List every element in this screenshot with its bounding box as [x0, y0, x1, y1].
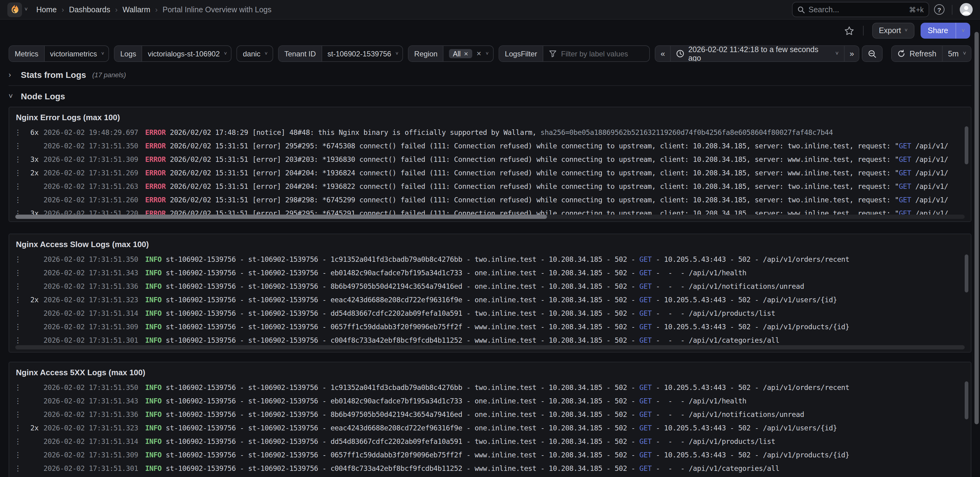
- row-menu-icon[interactable]: ⋮: [14, 268, 21, 277]
- share-menu-button[interactable]: ˅: [956, 23, 970, 38]
- row-message: ERROR 2026/02/02 15:31:51 [error] 295#29…: [145, 142, 971, 150]
- row-message: INFO st-106902-1539756 - st-106902-15397…: [145, 383, 971, 392]
- row-menu-icon[interactable]: ⋮: [14, 437, 21, 446]
- zoom-out-group: [862, 45, 883, 62]
- log-segment-text: - - - /api/v1/categories/all: [652, 336, 780, 345]
- log-row: ⋮2026-02-02 17:31:51.314INFO st-106902-1…: [9, 435, 971, 448]
- log-segment-text: st-106902-1539756 - st-106902-1539756 - …: [162, 282, 640, 290]
- var-logsfilter: LogsFilter: [499, 45, 650, 62]
- row-menu-icon[interactable]: ⋮: [14, 322, 21, 331]
- var-tenant: Tenant ID st-106902-1539756 ˅: [278, 45, 403, 62]
- horizontal-scrollbar: [15, 215, 965, 219]
- log-segment-level-info: INFO: [145, 464, 162, 473]
- log-row: ⋮2x2026-02-02 17:31:51.323INFO st-106902…: [9, 293, 971, 306]
- log-row: ⋮2026-02-02 17:31:51.314INFO st-106902-1…: [9, 306, 971, 320]
- row-menu-icon[interactable]: ⋮: [14, 282, 21, 290]
- log-segment-text: st-106902-1539756 - st-106902-1539756 - …: [162, 383, 640, 392]
- var-danic-select[interactable]: danic ˅: [237, 46, 273, 61]
- breadcrumb-home[interactable]: Home: [37, 5, 57, 14]
- var-metrics-select[interactable]: victoriametrics ˅: [45, 46, 109, 61]
- row-menu-icon[interactable]: ⋮: [14, 424, 21, 432]
- refresh-group: Refresh 5m ˅: [891, 45, 971, 62]
- top-nav: ˅ Home › Dashboards › Wallarm › Portal I…: [0, 0, 980, 20]
- row-menu-icon[interactable]: ⋮: [14, 155, 21, 164]
- row-menu-icon[interactable]: ⋮: [14, 182, 21, 191]
- share-button[interactable]: Share: [920, 23, 956, 38]
- vertical-scrollbar-thumb[interactable]: [965, 126, 968, 164]
- region-chip-all[interactable]: All ✕: [449, 49, 472, 58]
- row-menu-icon[interactable]: ⋮: [14, 255, 21, 264]
- log-segment-level-info: INFO: [145, 424, 162, 432]
- page-scrollbar-thumb[interactable]: [975, 32, 979, 424]
- log-segment-method: GET: [899, 196, 911, 204]
- refresh-interval-select[interactable]: 5m ˅: [942, 46, 972, 61]
- var-tenant-label: Tenant ID: [279, 46, 322, 61]
- log-segment-text: 2026/02/02 15:31:51 [error] 295#295: *67…: [166, 142, 899, 150]
- row-menu-icon[interactable]: ⋮: [14, 142, 21, 150]
- export-button[interactable]: Export ˅: [872, 23, 915, 38]
- row-dedup-count: 6x: [24, 128, 38, 137]
- breadcrumb-sep-icon: ›: [57, 5, 69, 14]
- var-logs-select[interactable]: victorialogs-st-106902 ˅: [142, 46, 232, 61]
- row-menu-icon[interactable]: ⋮: [14, 397, 21, 405]
- row-menu-icon[interactable]: ⋮: [14, 128, 21, 137]
- log-segment-hash-dim: sha256=0be05a18869562b521632119260d74f0b…: [541, 128, 833, 137]
- row-message: ERROR 2026/02/02 15:31:51 [error] 204#20…: [145, 169, 971, 177]
- log-segment-method: GET: [899, 169, 911, 177]
- log-segment-text: - 10.205.5.43:443 - 502 - /api/v1/users/…: [652, 295, 837, 304]
- breadcrumb-dashboards[interactable]: Dashboards: [69, 5, 110, 14]
- log-segment-level-error: ERROR: [145, 182, 166, 191]
- search-shortcut: ⌘+k: [909, 5, 924, 14]
- log-segment-text: - 10.205.5.43:443 - 502 - /api/v1/users/…: [652, 424, 837, 432]
- var-metrics: Metrics victoriametrics ˅: [9, 45, 109, 62]
- breadcrumb-folder[interactable]: Wallarm: [123, 5, 150, 14]
- time-range-picker[interactable]: 2026-02-02 11:42:18 to a few seconds ago…: [670, 46, 844, 61]
- refresh-button[interactable]: Refresh: [892, 46, 942, 61]
- time-shift-back-button[interactable]: «: [656, 46, 670, 61]
- row-message: INFO st-106902-1539756 - st-106902-15397…: [145, 437, 971, 446]
- toolbar-divider: [863, 26, 864, 35]
- vertical-scrollbar-thumb[interactable]: [965, 254, 968, 292]
- time-range-group: « 2026-02-02 11:42:18 to a few seconds a…: [655, 45, 860, 62]
- var-region-select[interactable]: All ✕ ✕ ˅: [444, 46, 494, 61]
- vertical-scrollbar-thumb[interactable]: [965, 381, 968, 420]
- log-segment-level-info: INFO: [145, 282, 162, 290]
- horizontal-scrollbar[interactable]: [15, 345, 965, 349]
- log-segment-level-info: INFO: [145, 336, 162, 345]
- favorite-star-button[interactable]: [844, 26, 854, 36]
- logsfilter-input[interactable]: [561, 49, 646, 58]
- log-segment-text: 2026/02/02 15:31:51 [error] 203#203: *19…: [166, 155, 899, 164]
- refresh-label: Refresh: [910, 49, 937, 58]
- row-menu-icon[interactable]: ⋮: [14, 464, 21, 473]
- row-menu-icon[interactable]: ⋮: [14, 196, 21, 204]
- row-timestamp: 2026-02-02 17:31:51.301: [43, 464, 140, 473]
- global-search[interactable]: ⌘+k: [792, 2, 929, 17]
- horizontal-scrollbar-thumb[interactable]: [15, 215, 547, 219]
- var-tenant-select[interactable]: st-106902-1539756 ˅: [322, 46, 403, 61]
- row-menu-icon[interactable]: ⋮: [14, 309, 21, 317]
- row-menu-icon[interactable]: ⋮: [14, 336, 21, 345]
- log-segment-text: - - - /api/v1/notifications/unread: [652, 410, 804, 419]
- row-menu-icon[interactable]: ⋮: [14, 295, 21, 304]
- row-menu-icon[interactable]: ⋮: [14, 410, 21, 419]
- chip-remove-icon[interactable]: ✕: [464, 51, 468, 57]
- user-avatar[interactable]: [960, 3, 973, 16]
- log-segment-method: GET: [640, 295, 652, 304]
- search-input[interactable]: [808, 5, 905, 14]
- help-button[interactable]: ?: [934, 4, 945, 15]
- row-timestamp: 2026-02-02 17:31:51.309: [43, 322, 140, 331]
- log-segment-level-info: INFO: [145, 383, 162, 392]
- time-shift-forward-button[interactable]: »: [844, 46, 859, 61]
- share-chevron-icon: ˅: [962, 28, 965, 34]
- region-clear-icon[interactable]: ✕: [476, 50, 481, 57]
- row-menu-icon[interactable]: ⋮: [14, 169, 21, 177]
- org-menu-button[interactable]: ˅: [7, 2, 28, 17]
- log-segment-text: - - - /api/v1/health: [652, 397, 746, 405]
- row-dedup-count: 2x: [24, 424, 38, 432]
- time-zoom-out-button[interactable]: [863, 46, 882, 61]
- row-menu-icon[interactable]: ⋮: [14, 451, 21, 459]
- row-menu-icon[interactable]: ⋮: [14, 383, 21, 392]
- row-stats-from-logs[interactable]: › Stats from Logs (17 panels): [0, 67, 980, 83]
- row-node-logs[interactable]: ˅ Node Logs: [0, 88, 980, 104]
- breadcrumb: Home › Dashboards › Wallarm › Portal Inl…: [37, 5, 272, 14]
